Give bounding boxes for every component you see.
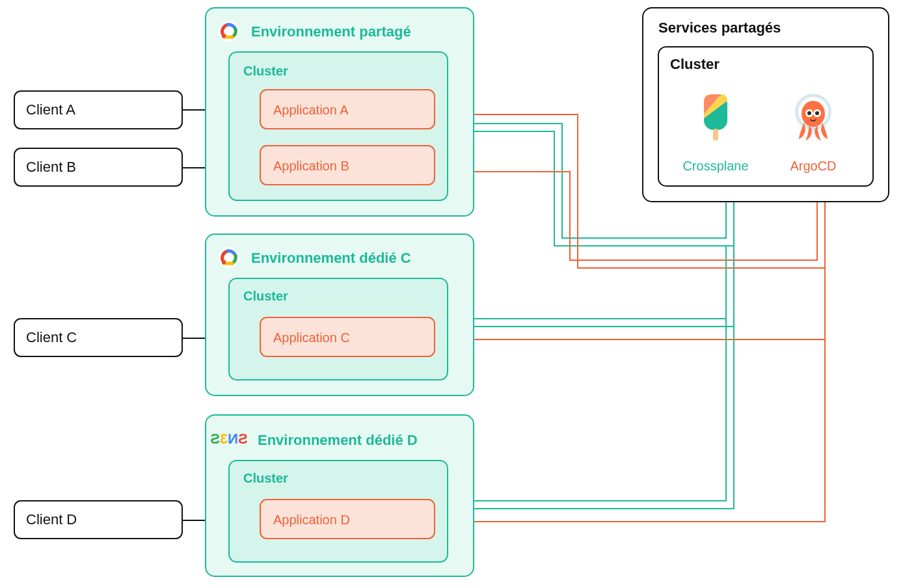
crossplane-label: Crossplane	[682, 159, 748, 173]
client-boxes: Client A Client B Client C Client D	[14, 91, 182, 539]
app-c-label: Application C	[273, 330, 350, 345]
client-b-box: Client B	[14, 148, 182, 186]
shared-services: Services partagés Cluster Crossplane Arg…	[643, 8, 889, 202]
s3ns-icon	[210, 431, 248, 447]
app-a-box: Application A	[260, 90, 435, 129]
env-d-cluster-label: Cluster	[243, 471, 288, 485]
client-c-label: Client C	[26, 329, 77, 345]
env-c-title: Environnement dédié C	[251, 250, 411, 266]
env-d-title: Environnement dédié D	[258, 432, 418, 448]
env-shared-title: Environnement partagé	[251, 23, 411, 40]
env-dedicated-c: Environnement dédié C Cluster Applicatio…	[206, 234, 474, 395]
gcp-icon	[219, 247, 239, 268]
app-d-label: Application D	[273, 513, 350, 527]
app-b-box: Application B	[260, 146, 435, 185]
app-c-box: Application C	[260, 317, 435, 356]
argocd-label: ArgoCD	[790, 159, 836, 173]
client-a-label: Client A	[26, 101, 75, 118]
client-d-box: Client D	[14, 501, 182, 539]
client-d-label: Client D	[26, 511, 77, 528]
gcp-icon	[219, 21, 239, 42]
shared-services-title: Services partagés	[658, 20, 781, 36]
app-d-box: Application D	[260, 500, 435, 539]
shared-services-cluster-label: Cluster	[670, 56, 720, 72]
app-b-label: Application B	[273, 159, 349, 173]
architecture-diagram: SN3S	[0, 0, 903, 588]
client-b-label: Client B	[26, 159, 76, 175]
env-shared: Environnement partagé Cluster Applicatio…	[206, 8, 474, 216]
client-c-box: Client C	[14, 319, 182, 356]
env-c-cluster-label: Cluster	[243, 289, 288, 303]
app-a-label: Application A	[273, 103, 349, 117]
client-a-box: Client A	[14, 91, 182, 129]
env-dedicated-d: Environnement dédié D Cluster Applicatio…	[206, 415, 474, 576]
env-shared-cluster-label: Cluster	[243, 64, 288, 78]
